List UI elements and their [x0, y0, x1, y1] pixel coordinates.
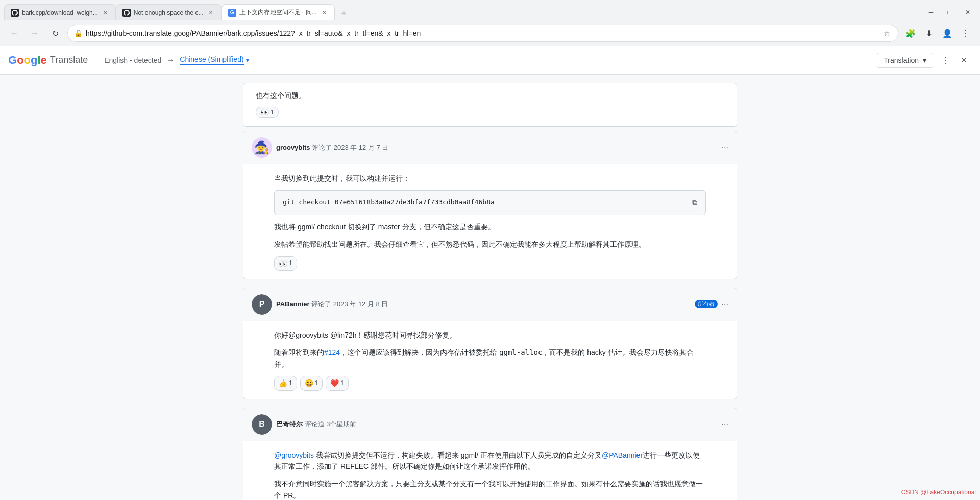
- tab-3-favicon: G: [228, 9, 236, 17]
- reaction-eyes-2[interactable]: 👀 1: [274, 256, 297, 271]
- translate-close-button[interactable]: ✕: [955, 52, 972, 68]
- groovybits-text-3: 发帖希望能帮助找出问题所在。我会仔细查看它，但不熟悉代码，因此不确定我能在多大程…: [274, 239, 706, 250]
- groovybits-text-2: 我也将 ggml/ checkout 切换到了 master 分支，但不确定这是…: [274, 221, 706, 232]
- forward-button[interactable]: →: [27, 25, 43, 41]
- reaction-laugh[interactable]: 😄 1: [300, 376, 323, 390]
- google-logo: G o o g l e Translate: [8, 54, 88, 67]
- pabannier-username: PABannier: [276, 300, 310, 308]
- groovybits-avatar: 🧙: [252, 137, 272, 158]
- baqi-meta: 巴奇特尔 评论道 3个星期前: [276, 420, 722, 429]
- url-display: https://github-com.translate.goog/PABann…: [86, 29, 878, 37]
- baqi-more[interactable]: ···: [722, 420, 728, 429]
- reaction-laugh-emoji: 😄: [305, 377, 313, 389]
- baqi-actions: ···: [722, 420, 728, 429]
- browser-chrome: bark.cpp/download_weigh... ✕ Not enough …: [0, 0, 980, 46]
- csdn-watermark: CSDN @FakeOccupational: [901, 489, 976, 496]
- tab-2[interactable]: Not enough space the c... ✕: [116, 4, 222, 20]
- pabannier-text-2: 随着即将到来的#124，这个问题应该得到解决，因为内存估计被委托给 ggml-a…: [274, 347, 706, 370]
- tab-3-close[interactable]: ✕: [320, 9, 328, 17]
- reaction-eyes-2-emoji: 👀: [279, 258, 287, 269]
- tab-bar: bark.cpp/download_weigh... ✕ Not enough …: [0, 0, 980, 20]
- back-button[interactable]: ←: [6, 25, 22, 41]
- target-language-selector[interactable]: Chinese (Simplified) ▾: [180, 55, 249, 65]
- reaction-heart-count: 1: [340, 378, 344, 388]
- groovybits-action: 评论了: [312, 144, 332, 151]
- groovybits-more[interactable]: ···: [722, 143, 728, 152]
- comment-groovybits: 🧙 groovybits 评论了 2023 年 12 月 7 日 ··· 当我切…: [243, 131, 737, 279]
- translate-more-button[interactable]: ⋮: [937, 52, 953, 68]
- pabannier-action: 评论了: [311, 300, 331, 308]
- tab-1[interactable]: bark.cpp/download_weigh... ✕: [4, 4, 116, 20]
- logo-o2: o: [24, 54, 31, 67]
- groovybits-date: 2023 年 12 月 7 日: [334, 144, 389, 151]
- reaction-eyes[interactable]: 👀 1: [256, 107, 279, 118]
- bookmark-icon[interactable]: ☆: [881, 28, 892, 38]
- groovybits-username: groovybits: [276, 144, 310, 151]
- issue-124-link[interactable]: #124: [324, 348, 340, 356]
- pabannier-avatar: P: [252, 294, 272, 315]
- reload-button[interactable]: ↻: [47, 25, 63, 41]
- tab-1-favicon: [11, 9, 19, 17]
- comment-pabannier-header: P PABannier 评论了 2023 年 12 月 8 日 所有者 ···: [243, 288, 737, 321]
- comment-mini: 也有这个问题。 👀 1: [243, 83, 737, 127]
- reaction-eyes-count: 1: [271, 109, 274, 116]
- translation-label: Translation: [884, 56, 919, 64]
- baqi-action: 评论道: [305, 420, 325, 428]
- new-tab-button[interactable]: +: [337, 6, 351, 20]
- logo-translate: Translate: [50, 55, 88, 65]
- baqi-avatar: B: [252, 414, 272, 435]
- comment-groovybits-header: 🧙 groovybits 评论了 2023 年 12 月 7 日 ···: [243, 131, 737, 164]
- source-language: English - detected: [104, 56, 161, 64]
- downloads-icon[interactable]: ⬇: [921, 25, 937, 41]
- pabannier-more[interactable]: ···: [722, 300, 728, 309]
- reaction-heart[interactable]: ❤️ 1: [326, 376, 349, 390]
- profile-icon[interactable]: 👤: [939, 25, 955, 41]
- content-wrapper: 也有这个问题。 👀 1 🧙 groovybits 评论了 2023 年 12 月…: [235, 83, 745, 500]
- comment-mini-text: 也有这个问题。: [256, 91, 724, 101]
- logo-g: G: [8, 54, 17, 67]
- reaction-eyes-emoji: 👀: [260, 108, 269, 116]
- groovybits-meta: groovybits 评论了 2023 年 12 月 7 日: [276, 143, 722, 152]
- groovybits-mention[interactable]: @groovybits: [274, 451, 314, 459]
- translate-bar: G o o g l e Translate English - detected…: [0, 46, 980, 75]
- tab-3[interactable]: G 上下文内存池空间不足 · 问... ✕: [222, 4, 335, 20]
- logo-o1: o: [17, 54, 23, 67]
- nav-bar: ← → ↻ 🔒 https://github-com.translate.goo…: [0, 20, 980, 46]
- pabannier-date: 2023 年 12 月 8 日: [333, 300, 388, 308]
- tab-1-title: bark.cpp/download_weigh...: [22, 9, 98, 16]
- target-lang-label: Chinese (Simplified): [180, 55, 243, 65]
- baqi-username: 巴奇特尔: [276, 420, 303, 428]
- reaction-thumbsup-count: 1: [289, 378, 292, 388]
- close-window-button[interactable]: ✕: [960, 4, 976, 20]
- comment-baqi: B 巴奇特尔 评论道 3个星期前 ··· @groovybits 我尝试切换提交…: [243, 408, 737, 500]
- secure-icon: 🔒: [74, 29, 83, 37]
- reaction-thumbsup[interactable]: 👍 1: [274, 376, 297, 390]
- pabannier-avatar-placeholder: P: [252, 294, 272, 315]
- address-bar[interactable]: 🔒 https://github-com.translate.goog/PABa…: [67, 25, 898, 42]
- pabannier-mention[interactable]: @PABannier: [602, 451, 643, 459]
- baqi-text-1: @groovybits 我尝试切换提交但不运行，构建失败。看起来 ggml/ 正…: [274, 449, 706, 472]
- page-content: 也有这个问题。 👀 1 🧙 groovybits 评论了 2023 年 12 月…: [0, 75, 980, 500]
- pabannier-text-1: 你好@groovybits @lin72h！感谢您花时间寻找部分修复。: [274, 329, 706, 341]
- baqi-avatar-placeholder: B: [252, 414, 272, 435]
- reaction-eyes-2-count: 1: [289, 258, 292, 268]
- translation-chevron: ▾: [923, 56, 926, 64]
- pabannier-meta: PABannier 评论了 2023 年 12 月 8 日: [276, 300, 695, 309]
- tab-2-close[interactable]: ✕: [207, 9, 215, 17]
- tab-2-favicon: [122, 9, 131, 17]
- tab-3-title: 上下文内存池空间不足 · 问...: [239, 8, 317, 17]
- minimize-button[interactable]: ─: [923, 4, 939, 20]
- comment-baqi-header: B 巴奇特尔 评论道 3个星期前 ···: [243, 408, 737, 441]
- more-icon[interactable]: ⋮: [958, 25, 974, 41]
- groovybits-code-block: git checkout 07e651618b3a8a27de3bfa7f733…: [274, 190, 706, 215]
- logo-e: e: [41, 54, 47, 67]
- copy-code-button[interactable]: ⧉: [692, 197, 697, 208]
- extensions-icon[interactable]: 🧩: [902, 25, 919, 41]
- pabannier-body: 你好@groovybits @lin72h！感谢您花时间寻找部分修复。 随着即将…: [243, 321, 737, 399]
- maximize-button[interactable]: □: [941, 4, 958, 20]
- toolbar-right: 🧩 ⬇ 👤 ⋮: [902, 25, 974, 41]
- translation-dropdown[interactable]: Translation ▾: [877, 53, 933, 68]
- tab-1-close[interactable]: ✕: [101, 9, 109, 17]
- baqi-date: 3个星期前: [326, 420, 356, 428]
- tab-2-title: Not enough space the c...: [134, 9, 204, 16]
